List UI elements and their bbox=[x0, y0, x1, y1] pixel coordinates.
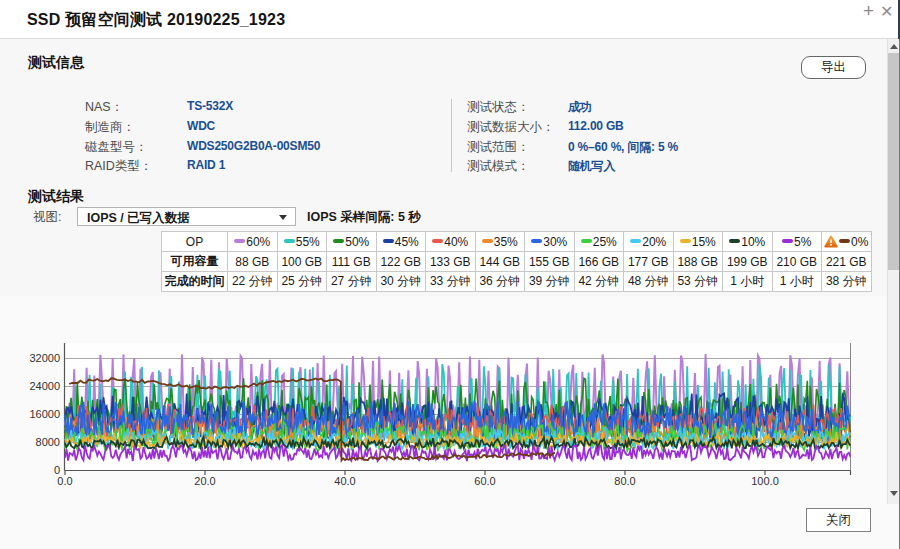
svg-text:8000: 8000 bbox=[36, 436, 60, 448]
svg-text:80.0: 80.0 bbox=[614, 475, 635, 487]
svg-text:24000: 24000 bbox=[29, 380, 60, 392]
svg-text:16000: 16000 bbox=[29, 408, 60, 420]
svg-text:60.0: 60.0 bbox=[474, 475, 495, 487]
svg-text:32000: 32000 bbox=[29, 352, 60, 364]
svg-text:100.0: 100.0 bbox=[751, 475, 779, 487]
svg-text:20.0: 20.0 bbox=[194, 475, 215, 487]
svg-text:0.0: 0.0 bbox=[57, 475, 72, 487]
svg-text:40.0: 40.0 bbox=[334, 475, 355, 487]
